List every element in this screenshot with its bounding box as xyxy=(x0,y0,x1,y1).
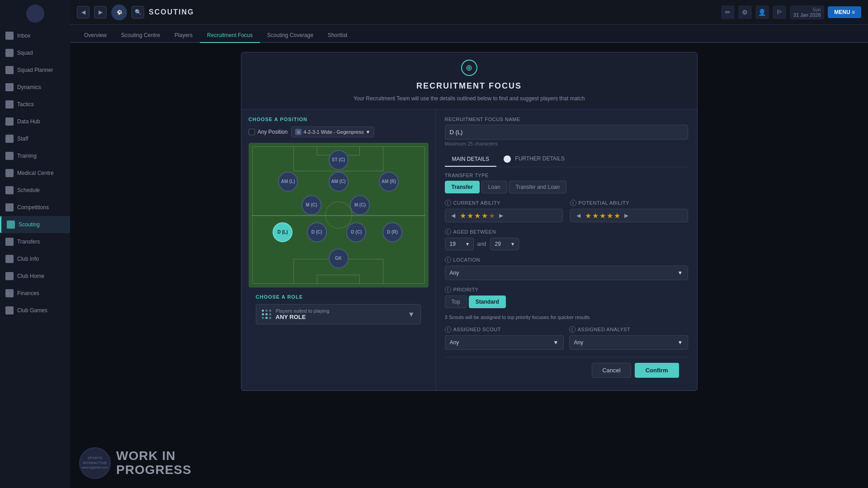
age-between-label: i AGED BETWEEN xyxy=(445,229,688,235)
recruitment-focus-icon: ⊕ xyxy=(461,60,477,76)
potential-ability-prev[interactable]: ◀ xyxy=(574,211,583,220)
sidebar-item-schedule[interactable]: Schedule xyxy=(0,182,70,199)
scout-info-icon[interactable]: i xyxy=(445,326,451,333)
position-am-r[interactable]: AM (R) xyxy=(379,172,399,192)
position-m-c-right[interactable]: M (C) xyxy=(350,195,370,215)
star-5: ★ xyxy=(614,211,620,220)
staff-icon xyxy=(5,135,14,143)
tab-shortlist[interactable]: Shortlist xyxy=(321,28,354,43)
role-dropdown[interactable]: Players suited to playing ANY ROLE ▼ xyxy=(256,304,421,324)
age-info-icon[interactable]: i xyxy=(445,229,451,235)
location-dropdown[interactable]: Any ▼ xyxy=(445,266,688,280)
detail-tabs: MAIN DETAILS FURTHER DETAILS xyxy=(445,152,688,167)
back-button[interactable]: ◀ xyxy=(77,6,90,19)
sidebar-item-finances[interactable]: Finances xyxy=(0,285,70,302)
settings-button[interactable]: ⚙ xyxy=(738,5,752,19)
schedule-icon xyxy=(5,186,14,194)
position-st-c[interactable]: ST (C) xyxy=(329,150,349,170)
sidebar-item-club-home[interactable]: Club Home xyxy=(0,267,70,285)
tabbar: Overview Scouting Centre Players Recruit… xyxy=(70,25,868,43)
btn-transfer[interactable]: Transfer xyxy=(445,181,480,193)
sidebar-item-transfers[interactable]: Transfers xyxy=(0,233,70,250)
sidebar-item-dynamics[interactable]: Dynamics xyxy=(0,79,70,96)
age-from-dropdown[interactable]: 161718 192021 xyxy=(450,241,463,247)
priority-label: i PRIORITY xyxy=(445,286,688,293)
sidebar-item-staff[interactable]: Staff xyxy=(0,130,70,147)
modal-footer: Cancel Confirm xyxy=(445,357,688,383)
sidebar-item-club-games[interactable]: Club Games xyxy=(0,302,70,319)
role-label-sub: Players suited to playing xyxy=(276,308,403,314)
flag-button[interactable]: 🏳 xyxy=(773,5,786,19)
role-dot xyxy=(262,310,264,312)
training-icon xyxy=(5,152,14,160)
sidebar-item-tactics[interactable]: Tactics xyxy=(0,96,70,113)
topbar-right: ✏ ⚙ 👤 🏳 Sun 31 Jan 2028 MENU ≡ xyxy=(721,5,861,19)
sidebar-item-medical[interactable]: Medical Centre xyxy=(0,164,70,182)
chevron-down-icon: ▼ xyxy=(365,129,370,135)
position-d-l[interactable]: D (L) xyxy=(273,222,292,242)
tab-main-details[interactable]: MAIN DETAILS xyxy=(445,152,496,167)
current-ability-prev[interactable]: ◀ xyxy=(449,211,458,220)
sidebar-item-competitions[interactable]: Competitions xyxy=(0,199,70,216)
tab-scouting-centre[interactable]: Scouting Centre xyxy=(114,28,167,43)
potential-ability-next[interactable]: ▶ xyxy=(622,211,631,220)
age-to-dropdown[interactable]: 252627 282930 xyxy=(495,241,509,247)
position-d-c-left[interactable]: D (C) xyxy=(307,222,327,242)
recruitment-focus-modal: ⊕ RECRUITMENT FOCUS Your Recruitment Tea… xyxy=(241,52,698,391)
sidebar-item-training[interactable]: Training xyxy=(0,147,70,164)
position-m-c-left[interactable]: M (C) xyxy=(302,195,321,215)
focus-name-input[interactable] xyxy=(445,125,688,140)
current-ability-next[interactable]: ▶ xyxy=(497,211,506,220)
assigned-scout-label: i ASSIGNED SCOUT xyxy=(445,326,564,333)
position-am-l[interactable]: AM (L) xyxy=(278,172,298,192)
position-gk[interactable]: GK xyxy=(329,249,349,268)
current-ability-info-icon[interactable]: i xyxy=(445,200,451,206)
age-to-select[interactable]: 252627 282930 ▾ xyxy=(490,238,519,250)
finances-icon xyxy=(5,289,14,297)
btn-transfer-and-loan[interactable]: Transfer and Loan xyxy=(509,181,567,193)
sidebar-item-data-hub[interactable]: Data Hub xyxy=(0,113,70,130)
age-from-select[interactable]: 161718 192021 ▾ xyxy=(445,238,474,250)
any-position-checkbox[interactable]: Any Position xyxy=(249,129,288,135)
menu-button[interactable]: MENU ≡ xyxy=(828,6,861,18)
assigned-scout-dropdown[interactable]: Any ▼ xyxy=(445,335,564,350)
tab-scouting-coverage[interactable]: Scouting Coverage xyxy=(260,28,321,43)
sidebar-item-club-info[interactable]: Club Info xyxy=(0,250,70,267)
sidebar-item-scouting[interactable]: Scouting xyxy=(0,216,70,233)
tab-recruitment-focus[interactable]: Recruitment Focus xyxy=(200,28,260,43)
sidebar-item-squad[interactable]: Squad xyxy=(0,44,70,61)
tab-players[interactable]: Players xyxy=(167,28,200,43)
btn-priority-top[interactable]: Top xyxy=(445,296,467,308)
location-info-icon[interactable]: i xyxy=(445,257,451,263)
star-1: ★ xyxy=(460,211,466,220)
sidebar-item-squad-planner[interactable]: Squad Planner xyxy=(0,61,70,79)
club-info-icon xyxy=(5,255,14,263)
btn-loan[interactable]: Loan xyxy=(481,181,507,193)
star-2: ★ xyxy=(592,211,599,220)
tab-further-details[interactable]: FURTHER DETAILS xyxy=(496,152,572,167)
btn-priority-standard[interactable]: Standard xyxy=(469,296,506,308)
analyst-info-icon[interactable]: i xyxy=(569,326,576,333)
cancel-button[interactable]: Cancel xyxy=(592,363,631,378)
forward-button[interactable]: ▶ xyxy=(94,6,107,19)
potential-ability-label: i POTENTIAL ABILITY xyxy=(570,200,688,206)
position-d-r[interactable]: D (R) xyxy=(382,222,402,242)
search-button[interactable]: 🔍 xyxy=(132,6,144,19)
chevron-down-icon: ▾ xyxy=(511,241,514,247)
position-d-c-right[interactable]: D (C) xyxy=(346,222,366,242)
si-logo: SPORTSINTERACTIVEwww.sigames.com xyxy=(79,447,111,479)
age-row: 161718 192021 ▾ and 252627 282930 xyxy=(445,238,688,250)
assigned-analyst-dropdown[interactable]: Any ▼ xyxy=(569,335,688,350)
checkbox-any-position[interactable] xyxy=(249,129,255,135)
profile-button[interactable]: 👤 xyxy=(755,5,769,19)
priority-info-icon[interactable]: i xyxy=(445,286,451,293)
tab-overview[interactable]: Overview xyxy=(77,28,114,43)
position-am-c[interactable]: AM (C) xyxy=(329,172,349,192)
potential-ability-info-icon[interactable]: i xyxy=(570,200,576,206)
role-dot xyxy=(262,313,264,315)
transfers-icon xyxy=(5,238,14,246)
confirm-button[interactable]: Confirm xyxy=(635,363,679,378)
edit-button[interactable]: ✏ xyxy=(721,5,735,19)
formation-dropdown[interactable]: ⊞ 4-2-3-1 Wide - Gegenpress ▼ xyxy=(291,127,374,137)
sidebar-item-inbox[interactable]: Inbox xyxy=(0,27,70,44)
